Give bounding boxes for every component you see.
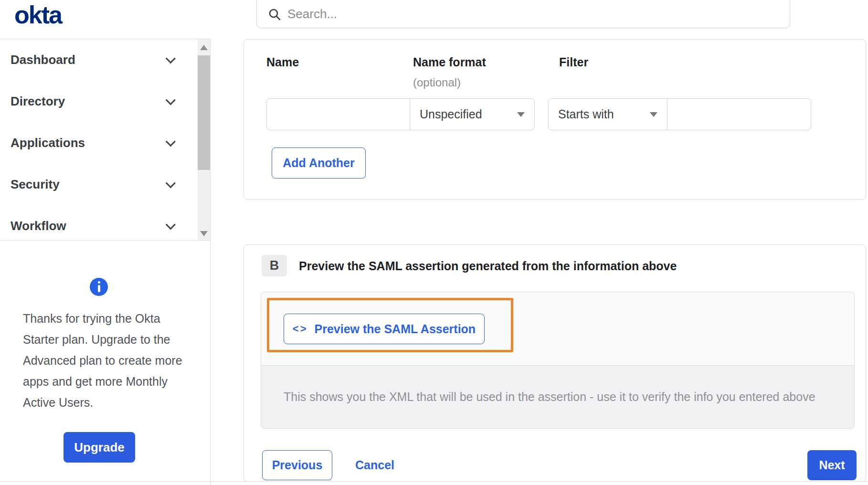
dropdown-arrow-icon (650, 112, 657, 117)
add-another-button[interactable]: Add Another (272, 148, 366, 179)
global-search[interactable] (256, 0, 790, 28)
preview-saml-button[interactable]: <> Preview the SAML Assertion (284, 314, 485, 344)
next-button[interactable]: Next (807, 450, 857, 480)
name-format-select[interactable]: Unspecified (410, 98, 535, 130)
search-icon (268, 8, 281, 21)
section-b-title: Preview the SAML assertion generated fro… (299, 259, 677, 273)
upgrade-button[interactable]: Upgrade (64, 432, 135, 463)
plan-upgrade-message: Thanks for trying the Okta Starter plan.… (23, 308, 183, 413)
filter-column-label: Filter (559, 55, 588, 69)
scroll-down-icon[interactable] (200, 231, 208, 236)
previous-button[interactable]: Previous (262, 450, 332, 480)
okta-admin-app: okta Dashboard Directory Applications Se… (0, 0, 868, 485)
chevron-down-icon (166, 220, 176, 230)
sidebar-item-label: Dashboard (11, 53, 75, 67)
preview-description-panel: This shows you the XML that will be used… (261, 365, 855, 429)
name-input[interactable] (266, 98, 411, 130)
sidebar-item-dashboard[interactable]: Dashboard (0, 39, 198, 81)
sidebar-nav: Dashboard Directory Applications Securit… (0, 39, 198, 240)
sidebar-scrollbar[interactable] (198, 39, 210, 240)
preview-description: This shows you the XML that will be used… (284, 390, 815, 404)
sidebar-item-label: Directory (11, 94, 65, 109)
chevron-down-icon (166, 95, 176, 105)
preview-saml-button-label: Preview the SAML Assertion (315, 322, 476, 336)
info-icon (90, 278, 108, 296)
sidebar-item-applications[interactable]: Applications (0, 122, 198, 164)
sidebar-item-directory[interactable]: Directory (0, 81, 198, 122)
dropdown-arrow-icon (517, 112, 525, 117)
sidebar-item-label: Applications (11, 136, 85, 150)
chevron-down-icon (166, 137, 176, 147)
optional-label: (optional) (413, 76, 461, 89)
code-icon: <> (293, 323, 308, 335)
okta-logo: okta (14, 0, 62, 30)
sidebar-item-workflow[interactable]: Workflow (0, 205, 198, 240)
scroll-up-icon[interactable] (200, 45, 208, 50)
sidebar-bottom-border (0, 240, 211, 241)
sidebar-item-security[interactable]: Security (0, 164, 198, 205)
cancel-link[interactable]: Cancel (355, 450, 394, 480)
filter-operator-selected-value: Starts with (558, 107, 614, 121)
search-input[interactable] (287, 7, 780, 21)
section-b-badge: B (262, 255, 287, 276)
preview-section-card: B Preview the SAML assertion generated f… (243, 244, 866, 482)
chevron-down-icon (166, 178, 176, 188)
preview-panel: <> Preview the SAML Assertion (261, 292, 855, 366)
name-format-column-label: Name format (413, 55, 486, 69)
attribute-statements-card: Name Name format (optional) Filter Unspe… (243, 39, 866, 200)
sidebar-divider (210, 39, 211, 485)
name-column-label: Name (266, 55, 299, 69)
filter-value-input[interactable] (667, 98, 811, 130)
sidebar-item-label: Workflow (11, 219, 66, 233)
sidebar-item-label: Security (11, 177, 60, 192)
name-format-selected-value: Unspecified (420, 107, 482, 121)
chevron-down-icon (166, 53, 176, 63)
filter-operator-select[interactable]: Starts with (548, 98, 667, 130)
scrollbar-thumb[interactable] (198, 55, 210, 170)
